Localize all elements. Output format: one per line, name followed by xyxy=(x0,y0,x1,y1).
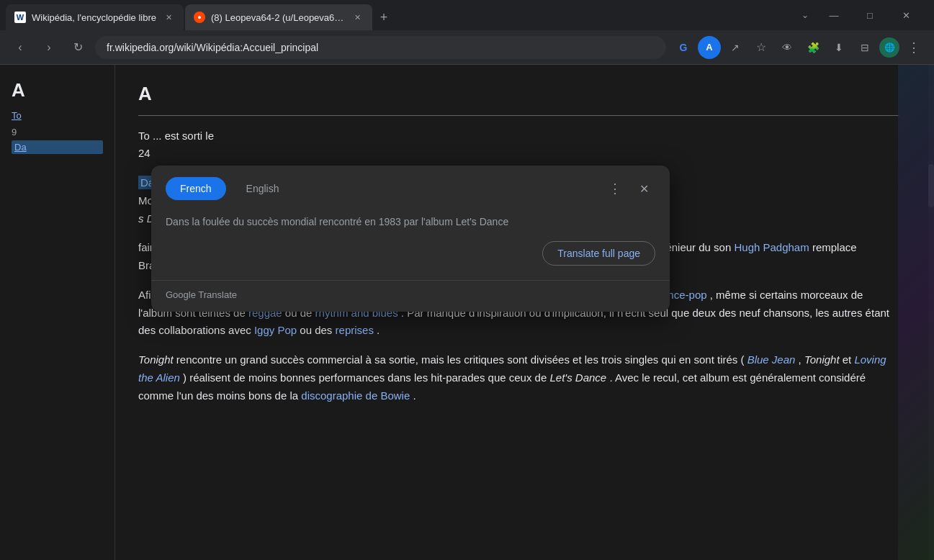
download-icon[interactable]: ⬇ xyxy=(827,36,850,59)
link-reprises[interactable]: reprises xyxy=(336,324,374,336)
reader-icon[interactable]: 👁 xyxy=(776,36,799,59)
main-content: A To ... est sorti le 24 Da ... et la to… xyxy=(115,65,922,560)
close-window-button[interactable]: ✕ xyxy=(889,6,922,24)
sidebar-number: 9 xyxy=(12,127,103,137)
translate-button-row: Translate full page xyxy=(166,241,655,266)
p5-period: . xyxy=(413,389,416,402)
wikipedia-favicon: W xyxy=(14,12,26,23)
maximize-button[interactable]: □ xyxy=(853,6,886,24)
p1-text: ... est sorti le xyxy=(153,130,214,142)
translate-tab-english[interactable]: English xyxy=(232,177,294,200)
split-view-icon[interactable]: ⊟ xyxy=(853,36,876,59)
link-discography[interactable]: discographie de Bowie xyxy=(301,389,410,402)
translate-icon[interactable]: A xyxy=(698,36,721,59)
forward-button[interactable]: › xyxy=(37,36,60,59)
window-controls: ⌄ — □ ✕ xyxy=(801,6,922,24)
tab-reddit-title: (8) Leopeva64-2 (u/Leopeva64-... xyxy=(211,12,345,23)
background-image xyxy=(898,65,934,560)
tab-bar: W Wikipédia, l'encyclopédie libre ✕ ● (8… xyxy=(0,0,934,30)
content-area: A To 9 Da A To ... est sorti le 24 Da ..… xyxy=(0,65,934,560)
share-icon[interactable]: ↗ xyxy=(724,36,747,59)
google-translate-label: Google Translate xyxy=(166,289,237,300)
tab-wikipedia[interactable]: W Wikipédia, l'encyclopédie libre ✕ xyxy=(6,4,184,30)
p1-prefix: To xyxy=(138,130,150,142)
translate-footer: Google Translate xyxy=(151,280,670,312)
sidebar-title: A xyxy=(12,79,103,101)
p1-number: 24 xyxy=(138,147,151,159)
translate-full-page-button[interactable]: Translate full page xyxy=(542,241,655,266)
tab-strip-menu[interactable]: ⌄ xyxy=(801,10,809,20)
link-hugh-padgham[interactable]: Hugh Padgham xyxy=(734,241,809,253)
tab-reddit-close[interactable]: ✕ xyxy=(351,11,364,24)
sidebar-link-2[interactable]: Da xyxy=(12,140,103,154)
p5-italic-tonight: Tonight xyxy=(138,353,174,366)
tab-wikipedia-close[interactable]: ✕ xyxy=(162,11,175,24)
article-paragraph-5: Tonight rencontre un grand succès commer… xyxy=(138,351,899,405)
profile-icon[interactable]: 🌐 xyxy=(879,37,899,58)
bookmark-icon[interactable]: ☆ xyxy=(750,36,773,59)
article-divider xyxy=(138,115,899,116)
left-sidebar: A To 9 Da xyxy=(0,65,115,560)
p5-italic-tonight2: Tonight xyxy=(804,353,840,366)
address-input[interactable]: fr.wikipedia.org/wiki/Wikipédia:Accueil_… xyxy=(95,36,666,59)
new-tab-button[interactable]: + xyxy=(374,7,394,27)
extensions-icon[interactable]: 🧩 xyxy=(801,36,825,59)
p5-lets-dance: Let's Dance xyxy=(549,371,606,384)
p4-ou2: ou des xyxy=(300,324,332,336)
p5-et: et xyxy=(843,353,855,366)
back-button[interactable]: ‹ xyxy=(9,36,32,59)
tab-reddit[interactable]: ● (8) Leopeva64-2 (u/Leopeva64-... ✕ xyxy=(185,4,372,30)
browser-frame: W Wikipédia, l'encyclopédie libre ✕ ● (8… xyxy=(0,0,934,560)
reload-button[interactable]: ↻ xyxy=(66,36,89,59)
google-icon[interactable]: G xyxy=(672,36,695,59)
p5-comma: , xyxy=(799,353,804,366)
translate-tab-french[interactable]: French xyxy=(166,177,226,200)
translate-body: Dans la foulée du succès mondial rencont… xyxy=(151,209,670,280)
translate-popup: French English ⋮ ✕ Dans la foulée du suc… xyxy=(151,166,670,312)
p5-text: rencontre un grand succès commercial à s… xyxy=(176,353,745,366)
p4-end: . xyxy=(377,324,380,336)
translate-more-icon[interactable]: ⋮ xyxy=(603,177,627,200)
article-paragraph-1: To ... est sorti le 24 xyxy=(138,127,899,163)
translate-header: French English ⋮ ✕ xyxy=(151,166,670,209)
article-title-area: A xyxy=(138,79,899,109)
toolbar-icons: G A ↗ ☆ 👁 🧩 ⬇ ⊟ 🌐 ⋮ xyxy=(672,36,925,59)
sidebar-link-1[interactable]: To xyxy=(12,110,103,121)
reddit-favicon: ● xyxy=(194,12,205,23)
p5-after: ) réalisent de moins bonnes performances… xyxy=(183,371,547,384)
address-bar: ‹ › ↻ fr.wikipedia.org/wiki/Wikipédia:Ac… xyxy=(0,30,934,65)
minimize-button[interactable]: — xyxy=(817,6,850,24)
menu-icon[interactable]: ⋮ xyxy=(902,36,925,59)
link-blue-jean[interactable]: Blue Jean xyxy=(747,353,796,366)
translate-source-text: Dans la foulée du succès mondial rencont… xyxy=(166,214,655,230)
translate-close-button[interactable]: ✕ xyxy=(632,177,655,200)
tab-wikipedia-title: Wikipédia, l'encyclopédie libre xyxy=(32,12,156,23)
link-iggy-pop[interactable]: Iggy Pop xyxy=(254,324,297,336)
article-title: A xyxy=(138,83,152,104)
address-text: fr.wikipedia.org/wiki/Wikipédia:Accueil_… xyxy=(107,42,318,53)
